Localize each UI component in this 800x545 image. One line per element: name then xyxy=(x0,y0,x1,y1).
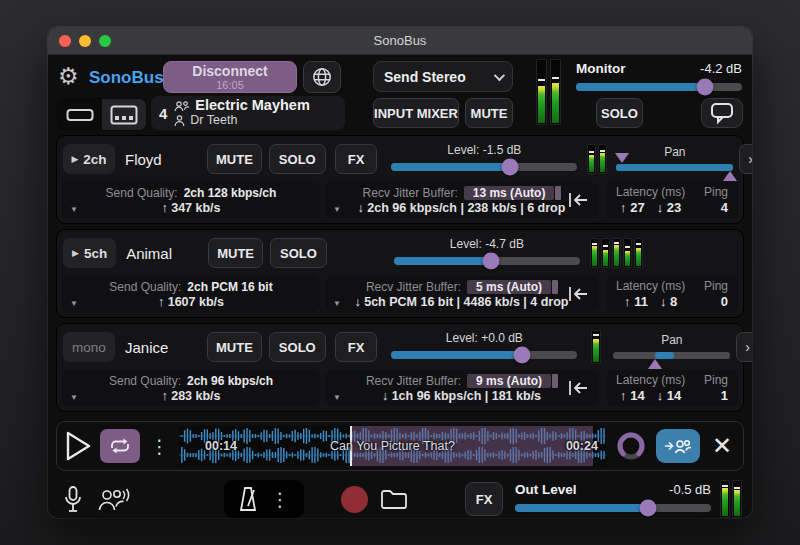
main-mute-button[interactable]: MUTE xyxy=(465,98,513,128)
play-icon xyxy=(64,430,92,462)
monitor-slider-knob[interactable] xyxy=(697,78,714,95)
out-level-slider[interactable] xyxy=(515,499,711,516)
send-file-to-group-button[interactable] xyxy=(656,429,700,463)
person-icon xyxy=(174,115,185,127)
minimize-window-button[interactable] xyxy=(79,35,91,47)
level-slider[interactable] xyxy=(391,346,577,363)
group-info-panel[interactable]: 4 Electric Mayhem xyxy=(151,96,345,130)
jitter-value[interactable]: 9 ms (Auto) xyxy=(467,374,551,388)
monitor-db-value: -4.2 dB xyxy=(700,61,742,76)
out-level-slider-knob[interactable] xyxy=(640,499,657,516)
latency-up: ↑ 14 xyxy=(620,388,645,403)
pan-handle[interactable] xyxy=(648,359,662,369)
pan-right-handle[interactable] xyxy=(723,171,737,181)
reset-jitter-button[interactable] xyxy=(567,379,589,397)
ping-value: 1 xyxy=(721,388,728,403)
record-button[interactable] xyxy=(341,486,368,513)
pan-left-handle[interactable] xyxy=(615,153,629,163)
ping-value: 4 xyxy=(721,200,728,215)
mixer-view-button[interactable] xyxy=(102,99,146,130)
send-quality-label: Send Quality: xyxy=(109,280,181,294)
jitter-panel: ▼ Recv Jitter Buffer: 9 ms (Auto) ↓ 1ch … xyxy=(325,370,598,406)
channel-expand-button[interactable]: ▶ 2ch xyxy=(63,144,115,174)
send-mode-dropdown[interactable]: Send Stereo xyxy=(373,61,513,92)
play-button[interactable] xyxy=(64,430,92,462)
settings-gear-icon[interactable]: ⚙ xyxy=(58,65,79,88)
dest-channels-button[interactable]: › 1-2 xyxy=(739,144,752,174)
send-quality-label: Send Quality: xyxy=(106,186,178,200)
close-window-button[interactable] xyxy=(59,35,71,47)
peer-solo-button[interactable]: SOLO xyxy=(270,238,327,268)
playback-gain-knob[interactable] xyxy=(614,429,648,463)
traffic-lights xyxy=(59,35,111,47)
peer-name: Janice xyxy=(125,339,201,356)
monitor-section: Monitor -4.2 dB xyxy=(576,61,742,95)
level-value: Level: -1.5 dB xyxy=(391,143,577,158)
level-slider[interactable] xyxy=(391,158,577,175)
latency-label: Latency (ms) xyxy=(616,185,685,199)
jitter-value[interactable]: 5 ms (Auto) xyxy=(467,280,551,294)
collapse-arrow-icon[interactable]: ▼ xyxy=(70,299,78,308)
level-slider[interactable] xyxy=(394,252,580,269)
titlebar[interactable]: SonoBus xyxy=(48,27,752,55)
send-quality-value: 2ch 96 kbps/ch xyxy=(187,374,273,388)
reset-jitter-button[interactable] xyxy=(567,191,589,209)
chevron-right-icon: › xyxy=(748,152,752,166)
peer-count: 4 xyxy=(159,105,167,122)
collapse-arrow-icon[interactable]: ▼ xyxy=(333,393,341,402)
collapse-arrow-icon[interactable]: ▼ xyxy=(333,205,341,214)
collapse-arrow-icon[interactable]: ▼ xyxy=(70,393,78,402)
open-file-button[interactable] xyxy=(380,488,408,510)
metronome-button[interactable]: ⋮ xyxy=(224,480,304,518)
bottom-bar: ⋮ FX Out Level -0.5 dB xyxy=(56,476,744,518)
chat-button[interactable] xyxy=(701,98,743,128)
disconnect-button[interactable]: Disconnect 16:05 xyxy=(163,61,297,93)
input-mixer-button[interactable]: INPUT MIXER xyxy=(373,98,459,128)
latency-up: ↑ 27 xyxy=(620,200,645,215)
main-solo-button[interactable]: SOLO xyxy=(596,98,643,128)
chevron-down-icon xyxy=(494,69,505,80)
dest-channels-button[interactable]: › 1-2 xyxy=(736,332,752,362)
latency-panel: Latency (ms) ↑ 27 ↓ 23 Ping 4 xyxy=(606,182,738,218)
globe-icon xyxy=(311,66,333,88)
zoom-window-button[interactable] xyxy=(99,35,111,47)
recv-info: ↓ 1ch 96 kbps/ch | 181 kb/s xyxy=(382,389,541,403)
waveform[interactable]: 00:14 Can You Picture That? 00:24 xyxy=(179,426,606,466)
header: ⚙ SonoBus Disconnect 16:05 Send Stereo xyxy=(56,61,744,130)
meter-bar xyxy=(598,144,607,174)
reset-jitter-button[interactable] xyxy=(567,285,589,303)
collapse-arrow-icon[interactable]: ▼ xyxy=(333,299,341,308)
collapse-arrow-icon[interactable]: ▼ xyxy=(70,205,78,214)
channel-count: mono xyxy=(72,340,106,355)
knob-icon xyxy=(614,429,648,463)
loop-button[interactable] xyxy=(100,429,140,463)
close-playback-button[interactable]: ✕ xyxy=(708,434,736,458)
pan-control[interactable]: Pan xyxy=(613,334,730,360)
peer-solo-button[interactable]: SOLO xyxy=(269,144,326,174)
send-rate: ↑ 283 kb/s xyxy=(161,389,220,403)
metronome-menu-icon[interactable]: ⋮ xyxy=(269,490,292,509)
level-slider-knob[interactable] xyxy=(482,252,499,269)
level-slider-knob[interactable] xyxy=(502,158,519,175)
connect-server-button[interactable] xyxy=(303,61,341,93)
input-monitor-button[interactable] xyxy=(64,485,82,513)
monitor-slider[interactable] xyxy=(576,78,742,95)
peer-mute-button[interactable]: MUTE xyxy=(208,238,263,268)
peer-solo-button[interactable]: SOLO xyxy=(269,332,326,362)
output-fx-button[interactable]: FX xyxy=(465,482,503,516)
ping-value: 0 xyxy=(721,294,728,309)
reset-arrow-icon xyxy=(567,379,589,397)
playback-menu-button[interactable]: ⋮ xyxy=(148,437,171,456)
channel-expand-button[interactable]: ▶ 5ch xyxy=(63,238,116,268)
view-toggle-group xyxy=(57,98,147,131)
peer-fx-button[interactable]: FX xyxy=(335,332,378,362)
minimal-view-button[interactable] xyxy=(58,99,102,130)
jitter-value[interactable]: 13 ms (Auto) xyxy=(464,186,555,200)
peer-fx-button[interactable]: FX xyxy=(335,144,378,174)
pan-control[interactable]: Pan xyxy=(616,146,733,172)
level-slider-knob[interactable] xyxy=(513,346,530,363)
group-monitor-button[interactable] xyxy=(94,486,130,512)
peer-mute-button[interactable]: MUTE xyxy=(207,144,262,174)
mixer-view-icon xyxy=(110,105,138,125)
peer-mute-button[interactable]: MUTE xyxy=(207,332,262,362)
